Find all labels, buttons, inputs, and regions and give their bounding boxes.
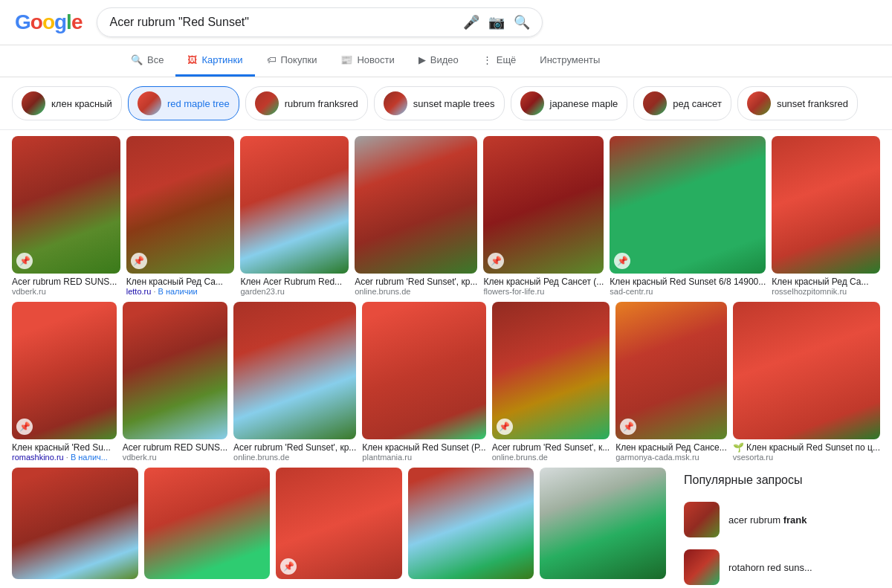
image-item[interactable]: Acer rubrum RED SUNS... vdberk.ru: [123, 302, 227, 462]
image-item[interactable]: Клен Acer Rubrum Red... garden23.ru: [240, 136, 349, 296]
tab-more[interactable]: ⋮ Ещё: [471, 45, 529, 77]
tab-tools[interactable]: Инструменты: [528, 45, 612, 77]
tab-video[interactable]: ▶ Видео: [407, 45, 471, 77]
chip-sunset-maple[interactable]: sunset maple trees: [374, 86, 505, 120]
popular-label-2: rotahorn red suns...: [728, 562, 812, 573]
pin-icon: 📌: [16, 253, 33, 269]
img-title: Клен красный Red Sunset 6/8 14900...: [610, 277, 766, 287]
chip-thumb: [643, 91, 667, 115]
image-item[interactable]: Acer rubrum 'Red Sunset', кр... online.b…: [233, 302, 356, 462]
image-item[interactable]: Клен красный Red Sunset (Р... plantmania…: [362, 302, 485, 462]
img-title: Клен красный Ред Са...: [126, 277, 235, 287]
img-source: garden23.ru: [240, 287, 349, 296]
pin-icon: 📌: [488, 253, 504, 269]
image-item[interactable]: 📌 Клен красный Ред Сансет (... flowers-f…: [483, 136, 604, 296]
search-input[interactable]: [109, 16, 456, 29]
image-item[interactable]: Acer rubrum 'Red Sunset', кр... online.b…: [355, 136, 477, 296]
img-source: vdberk.ru: [12, 287, 120, 296]
image-item[interactable]: 📌 Клен красный Ред Са... letto.ru · В на…: [126, 136, 235, 296]
img-title: Клен красный Ред Са...: [772, 277, 880, 287]
image-box: 📌: [610, 136, 766, 274]
chip-sunset-franksred[interactable]: sunset franksred: [737, 86, 858, 120]
img-source: romashkino.ru · В налич...: [12, 453, 117, 462]
img-title: Клен Acer Rubrum Red...: [240, 277, 349, 287]
img-title: Acer rubrum 'Red Sunset', кр...: [355, 277, 477, 287]
image-item[interactable]: 📌: [276, 468, 402, 588]
image-box: [362, 302, 485, 439]
chip-thumb: [384, 91, 407, 115]
img-source: sad-centr.ru: [610, 287, 766, 296]
image-box: 📌: [276, 468, 402, 579]
pin-icon: 📌: [620, 419, 636, 435]
image-item[interactable]: 📌 Клен красный 'Red Su... romashkino.ru …: [12, 302, 117, 462]
img-title: Acer rubrum RED SUNS...: [123, 442, 227, 453]
popular-queries-title: Популярные запросы: [684, 474, 880, 487]
img-title: Клен красный 'Red Su...: [12, 442, 117, 453]
image-item[interactable]: Клен красный Ред Са... rosselhozpitomnik…: [772, 136, 880, 296]
pin-icon: 📌: [280, 558, 297, 575]
chip-thumb: [138, 91, 161, 115]
image-item[interactable]: 📌 Acer rubrum 'Red Sunset', к... online.…: [492, 302, 610, 462]
images-icon: 🖼: [187, 54, 197, 65]
popular-item-1[interactable]: acer rubrum frank: [684, 496, 880, 543]
img-source: online.bruns.de: [233, 453, 356, 462]
image-box: 📌: [12, 302, 117, 439]
tab-all[interactable]: 🔍 Все: [119, 45, 175, 77]
row3-images: 📌: [12, 468, 666, 588]
chip-thumb: [747, 91, 771, 115]
image-box: 📌: [492, 302, 610, 439]
shopping-icon: 🏷: [267, 54, 277, 65]
img-title: Клен красный Ред Сансет (...: [483, 277, 604, 287]
header: Google 🎤 📷 🔍: [0, 0, 892, 45]
image-box: 📌: [12, 136, 120, 274]
image-row-1: 📌 Acer rubrum RED SUNS... vdberk.ru 📌 Кл…: [0, 130, 892, 302]
chip-rubrum-franksred[interactable]: rubrum franksred: [245, 86, 368, 120]
chip-red-sunset[interactable]: ред сансет: [633, 86, 731, 120]
img-source: vsesorta.ru: [733, 453, 880, 462]
chip-red-maple[interactable]: red maple tree: [128, 86, 239, 120]
tab-shopping[interactable]: 🏷 Покупки: [255, 45, 329, 77]
image-item[interactable]: [144, 468, 271, 588]
news-icon: 📰: [340, 54, 352, 65]
image-row-2: 📌 Клен красный 'Red Su... romashkino.ru …: [0, 302, 892, 468]
lens-icon[interactable]: 📷: [488, 14, 505, 30]
search-icons: 🎤 📷 🔍: [463, 14, 530, 30]
images-section: 📌 Acer rubrum RED SUNS... vdberk.ru 📌 Кл…: [0, 130, 892, 588]
image-item[interactable]: 📌 Клен красный Ред Сансе... garmonya-cad…: [615, 302, 727, 462]
img-title: Acer rubrum RED SUNS...: [12, 277, 120, 287]
popular-label-1: acer rubrum frank: [728, 514, 807, 526]
img-source: vdberk.ru: [123, 453, 227, 462]
search-submit-icon[interactable]: 🔍: [514, 14, 530, 30]
popular-queries-panel: Популярные запросы acer rubrum frank rot…: [672, 468, 880, 588]
image-item[interactable]: 📌 Acer rubrum RED SUNS... vdberk.ru: [12, 136, 120, 296]
image-box: 📌: [615, 302, 727, 439]
popular-item-2[interactable]: rotahorn red suns...: [684, 543, 880, 588]
chip-thumb: [22, 91, 45, 115]
image-item[interactable]: [408, 468, 534, 588]
all-icon: 🔍: [131, 54, 143, 65]
image-box: [540, 468, 666, 579]
google-logo: Google: [15, 10, 82, 34]
image-box: 📌: [483, 136, 604, 274]
image-box: [240, 136, 349, 274]
chip-japanese-maple[interactable]: japanese maple: [511, 86, 628, 120]
image-box: [355, 136, 477, 274]
video-icon: ▶: [418, 54, 426, 65]
tab-news[interactable]: 📰 Новости: [329, 45, 406, 77]
img-title: Клен красный Ред Сансе...: [615, 442, 727, 453]
image-item[interactable]: [540, 468, 666, 588]
mic-icon[interactable]: 🎤: [463, 14, 479, 30]
image-item[interactable]: 📌 Клен красный Red Sunset 6/8 14900... s…: [610, 136, 766, 296]
img-source: letto.ru · В наличии: [126, 287, 235, 296]
pin-icon: 📌: [131, 253, 147, 269]
image-row-3: 📌 Популярные запросы acer rubrum frank: [0, 468, 892, 588]
chip-klen-krasny[interactable]: клен красный: [12, 86, 122, 120]
img-source: online.bruns.de: [355, 287, 477, 296]
tab-images[interactable]: 🖼 Картинки: [175, 45, 254, 77]
image-item[interactable]: [12, 468, 138, 588]
img-source: rosselhozpitomnik.ru: [772, 287, 880, 296]
image-box: [733, 302, 880, 439]
nav-tabs: 🔍 Все 🖼 Картинки 🏷 Покупки 📰 Новости ▶ В…: [0, 45, 892, 77]
image-item[interactable]: 🌱 Клен красный Red Sunset по ц... vsesor…: [733, 302, 880, 462]
pin-icon: 📌: [614, 253, 630, 269]
